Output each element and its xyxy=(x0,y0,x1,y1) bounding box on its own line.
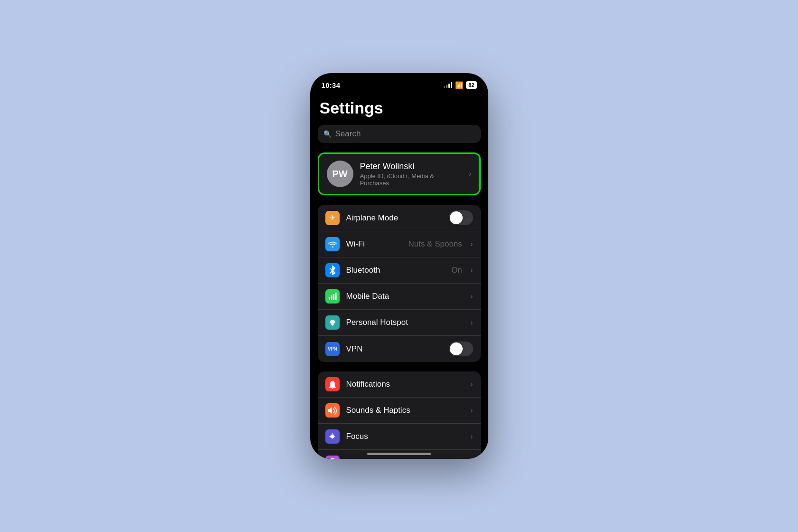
svg-rect-5 xyxy=(335,293,336,300)
notifications-row[interactable]: Notifications › xyxy=(318,371,481,398)
toggle-knob xyxy=(450,211,463,224)
mobile-data-row[interactable]: Mobile Data › xyxy=(318,284,481,310)
vpn-toggle[interactable] xyxy=(449,342,473,356)
sounds-haptics-label: Sounds & Haptics xyxy=(346,406,464,415)
airplane-mode-label: Airplane Mode xyxy=(346,213,442,223)
status-icons: 📶 82 xyxy=(444,81,476,89)
bluetooth-label: Bluetooth xyxy=(346,266,445,275)
focus-label: Focus xyxy=(346,432,464,441)
wifi-value: Nuts & Spoons xyxy=(408,239,462,249)
phone-frame: 10:34 📶 82 Settings 🔍 Search xyxy=(310,73,488,459)
home-indicator xyxy=(367,453,431,455)
profile-chevron: › xyxy=(469,170,471,178)
battery-level: 82 xyxy=(468,82,474,88)
bluetooth-row[interactable]: Bluetooth On › xyxy=(318,257,481,284)
personal-hotspot-icon xyxy=(325,315,340,330)
notifications-chevron: › xyxy=(471,380,473,388)
mobile-data-label: Mobile Data xyxy=(346,292,464,301)
airplane-mode-row[interactable]: ✈ Airplane Mode xyxy=(318,205,481,231)
focus-row[interactable]: Focus › xyxy=(318,424,481,450)
svg-rect-10 xyxy=(331,458,334,459)
wifi-row[interactable]: Wi-Fi Nuts & Spoons › xyxy=(318,231,481,257)
wifi-chevron: › xyxy=(471,240,473,248)
mobile-data-icon xyxy=(325,289,340,304)
wifi-label: Wi-Fi xyxy=(346,239,402,249)
focus-chevron: › xyxy=(471,433,473,440)
personal-hotspot-row[interactable]: Personal Hotspot › xyxy=(318,310,481,336)
sounds-haptics-row[interactable]: Sounds & Haptics › xyxy=(318,398,481,424)
content-area[interactable]: Settings 🔍 Search PW Peter Wolinski Appl… xyxy=(310,94,488,459)
connectivity-group: ✈ Airplane Mode Wi-Fi Nuts & Spoons xyxy=(318,205,481,362)
vpn-row[interactable]: VPN VPN xyxy=(318,336,481,362)
screen-time-icon: ⏳ xyxy=(325,456,340,459)
svg-rect-2 xyxy=(329,297,330,300)
screen-time-label: Screen Time xyxy=(346,458,464,459)
bluetooth-chevron: › xyxy=(471,266,473,274)
search-bar[interactable]: 🔍 Search xyxy=(318,125,481,143)
profile-info: Peter Wolinski Apple ID, iCloud+, Media … xyxy=(360,162,463,187)
toggle-knob xyxy=(450,342,463,355)
mobile-data-chevron: › xyxy=(471,293,473,300)
personal-hotspot-label: Personal Hotspot xyxy=(346,318,464,327)
wifi-icon xyxy=(325,237,340,251)
vpn-icon: VPN xyxy=(325,342,340,356)
signal-icon xyxy=(444,82,452,88)
profile-subtitle: Apple ID, iCloud+, Media & Purchases xyxy=(360,172,463,187)
page-title: Settings xyxy=(310,94,488,125)
bluetooth-value: On xyxy=(451,266,462,275)
bluetooth-icon xyxy=(325,263,340,277)
notifications-group: Notifications › Sounds & Haptics › xyxy=(318,371,481,459)
svg-rect-4 xyxy=(333,294,334,300)
avatar: PW xyxy=(327,161,353,187)
svg-rect-3 xyxy=(331,295,332,300)
sounds-haptics-chevron: › xyxy=(471,407,473,414)
profile-name: Peter Wolinski xyxy=(360,162,463,171)
search-icon: 🔍 xyxy=(323,130,332,138)
profile-card[interactable]: PW Peter Wolinski Apple ID, iCloud+, Med… xyxy=(318,152,481,195)
airplane-mode-icon: ✈ xyxy=(325,211,340,225)
status-bar: 10:34 📶 82 xyxy=(310,73,488,94)
svg-point-6 xyxy=(331,321,334,324)
focus-icon xyxy=(325,429,340,444)
notifications-icon xyxy=(325,377,340,391)
svg-point-9 xyxy=(332,436,333,437)
battery-icon: 82 xyxy=(466,81,476,89)
status-time: 10:34 xyxy=(322,81,341,89)
wifi-status-icon: 📶 xyxy=(455,81,463,89)
airplane-mode-toggle[interactable] xyxy=(449,210,473,225)
personal-hotspot-chevron: › xyxy=(471,319,473,326)
vpn-label: VPN xyxy=(346,344,442,354)
search-placeholder: Search xyxy=(335,129,361,139)
sounds-haptics-icon xyxy=(325,403,340,418)
notifications-label: Notifications xyxy=(346,380,464,389)
